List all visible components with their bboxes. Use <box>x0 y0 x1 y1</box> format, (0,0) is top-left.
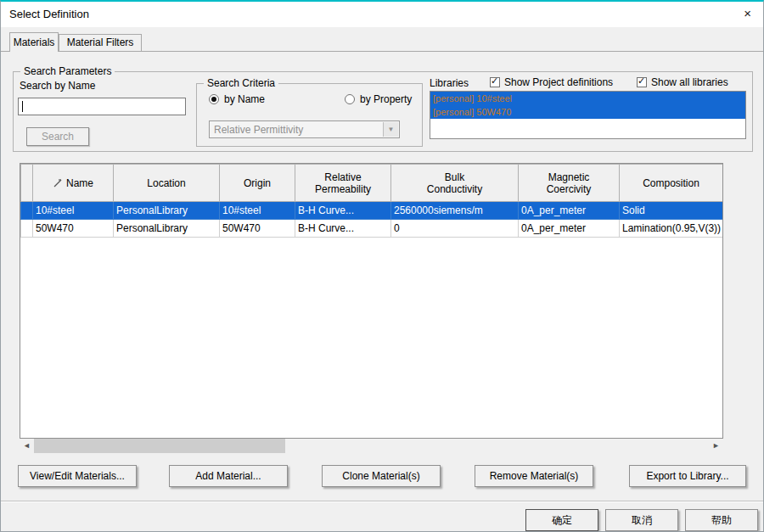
text-caret <box>22 101 23 112</box>
select-definition-dialog: Select Definition × Materials Material F… <box>0 0 764 532</box>
column-header-selector[interactable] <box>21 165 33 202</box>
check-icon: ✓ <box>638 76 645 87</box>
libraries-label: Libraries <box>430 77 469 89</box>
cell-origin[interactable]: 50W470 <box>220 220 295 238</box>
radio-by-name[interactable]: by Name <box>209 93 265 105</box>
libraries-listbox[interactable]: [personal] 10#steel [personal] 50W470 <box>430 91 746 139</box>
column-header-relative-permeability[interactable]: Relative Permeability <box>295 165 391 202</box>
column-header-name-label: Name <box>66 177 93 189</box>
search-name-input[interactable] <box>19 99 185 115</box>
cell-location[interactable]: PersonalLibrary <box>114 220 220 238</box>
cell-magnetic-coercivity[interactable]: 0A_per_meter <box>519 202 620 220</box>
cell-relative-permeability[interactable]: B-H Curve... <box>295 220 391 238</box>
search-name-field <box>18 98 186 115</box>
property-combobox[interactable]: Relative Permittivity ▼ <box>209 120 400 138</box>
checkbox-show-all[interactable]: ✓ Show all libraries <box>637 76 728 88</box>
column-header-bulk-conductivity[interactable]: Bulk Conductivity <box>391 165 519 202</box>
radio-by-name-control[interactable] <box>209 94 219 104</box>
window-title: Select Definition <box>9 8 89 20</box>
cell-name[interactable]: 10#steel <box>33 202 114 220</box>
checkbox-show-project[interactable]: ✓ Show Project definitions <box>490 76 613 88</box>
view-edit-materials-label: View/Edit Materials... <box>30 470 125 482</box>
horizontal-scrollbar[interactable]: ◄ ► <box>20 439 723 453</box>
ok-button[interactable]: 确定 <box>525 509 598 531</box>
tab-material-filters[interactable]: Material Filters <box>59 34 142 51</box>
column-header-location[interactable]: Location <box>114 165 220 202</box>
cell-location[interactable]: PersonalLibrary <box>114 202 220 220</box>
search-criteria-group-label: Search Criteria <box>204 77 278 89</box>
sort-diagonal-icon <box>53 178 63 188</box>
radio-by-property-label: by Property <box>360 93 412 105</box>
table-header-row: Name Location Origin Relative Permeabili… <box>21 165 723 202</box>
cell-bulk-conductivity[interactable]: 0 <box>391 220 519 238</box>
table-row[interactable]: 50W470 PersonalLibrary 50W470 B-H Curve.… <box>21 220 723 238</box>
checkbox-show-project-label: Show Project definitions <box>504 76 613 88</box>
checkbox-show-project-control[interactable]: ✓ <box>490 77 500 87</box>
cell-origin[interactable]: 10#steel <box>220 202 295 220</box>
add-material-label: Add Material... <box>195 470 261 482</box>
close-icon[interactable]: × <box>744 6 751 20</box>
radio-by-property[interactable]: by Property <box>345 93 412 105</box>
remove-material-label: Remove Material(s) <box>490 470 579 482</box>
help-button[interactable]: 帮助 <box>685 509 758 531</box>
table-row[interactable]: 10#steel PersonalLibrary 10#steel B-H Cu… <box>21 202 723 220</box>
scrollbar-thumb[interactable] <box>34 439 285 453</box>
help-button-label: 帮助 <box>711 513 732 528</box>
check-icon: ✓ <box>491 76 498 87</box>
cell-bulk-conductivity[interactable]: 2560000siemens/m <box>391 202 519 220</box>
export-to-library-button[interactable]: Export to Library... <box>629 465 746 487</box>
search-parameters-group-label: Search Parameters <box>20 65 115 77</box>
scroll-left-arrow-icon[interactable]: ◄ <box>20 439 34 453</box>
chevron-down-icon[interactable]: ▼ <box>383 122 398 137</box>
tab-material-filters-label: Material Filters <box>67 36 134 48</box>
radio-by-property-control[interactable] <box>345 94 355 104</box>
search-button-label: Search <box>42 131 74 143</box>
add-material-button[interactable]: Add Material... <box>169 465 288 487</box>
cell-relative-permeability[interactable]: B-H Curve... <box>295 202 391 220</box>
bottom-separator <box>1 501 763 502</box>
scroll-right-arrow-icon[interactable]: ► <box>709 439 723 453</box>
cell-composition[interactable]: Solid <box>620 202 723 220</box>
radio-by-name-label: by Name <box>224 93 265 105</box>
ok-button-label: 确定 <box>552 513 572 528</box>
remove-material-button[interactable]: Remove Material(s) <box>475 465 593 487</box>
property-combobox-value: Relative Permittivity <box>214 124 303 136</box>
column-header-name[interactable]: Name <box>33 165 114 202</box>
tab-strip-line <box>1 51 763 52</box>
search-button[interactable]: Search <box>26 127 89 146</box>
tab-materials[interactable]: Materials <box>9 32 59 52</box>
clone-material-label: Clone Material(s) <box>342 470 419 482</box>
cancel-button[interactable]: 取消 <box>605 509 678 531</box>
checkbox-show-all-label: Show all libraries <box>651 76 728 88</box>
column-header-magnetic-coercivity[interactable]: Magnetic Coercivity <box>519 165 620 202</box>
cell-selector[interactable] <box>21 202 33 220</box>
clone-material-button[interactable]: Clone Material(s) <box>322 465 441 487</box>
column-header-origin[interactable]: Origin <box>220 165 295 202</box>
cancel-button-label: 取消 <box>632 513 652 528</box>
titlebar[interactable]: Select Definition × <box>1 2 763 27</box>
export-to-library-label: Export to Library... <box>646 470 728 482</box>
view-edit-materials-button[interactable]: View/Edit Materials... <box>18 465 137 487</box>
search-by-name-label: Search by Name <box>20 80 95 92</box>
materials-table: Name Location Origin Relative Permeabili… <box>20 163 723 439</box>
cell-composition[interactable]: Lamination(0.95,V(3)) <box>620 220 723 238</box>
checkbox-show-all-control[interactable]: ✓ <box>637 77 647 87</box>
cell-magnetic-coercivity[interactable]: 0A_per_meter <box>519 220 620 238</box>
library-item[interactable]: [personal] 10#steel <box>430 92 745 105</box>
cell-selector[interactable] <box>21 220 33 238</box>
column-header-composition[interactable]: Composition <box>620 165 723 202</box>
tab-materials-label: Materials <box>14 36 55 48</box>
library-item[interactable]: [personal] 50W470 <box>430 105 745 119</box>
cell-name[interactable]: 50W470 <box>33 220 114 238</box>
